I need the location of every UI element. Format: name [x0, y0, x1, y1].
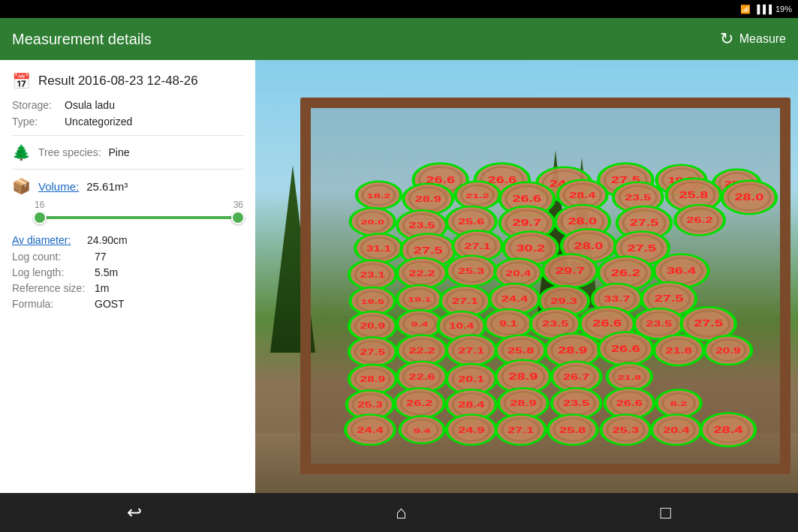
svg-text:25.3: 25.3 [458, 266, 484, 276]
svg-text:20.4: 20.4 [506, 269, 531, 278]
svg-text:25.6: 25.6 [458, 217, 484, 227]
volume-slider-container: 16 36 [12, 197, 243, 234]
svg-text:28.4: 28.4 [569, 191, 596, 200]
svg-text:9.4: 9.4 [411, 320, 428, 329]
svg-text:22.2: 22.2 [408, 269, 435, 278]
type-label: Type: [12, 116, 65, 128]
svg-text:22.6: 22.6 [408, 372, 435, 382]
storage-row: Storage: Osula ladu [12, 99, 243, 111]
result-header: 📅 Result 2016-08-23 12-48-26 [12, 72, 243, 90]
svg-text:28.9: 28.9 [415, 194, 441, 204]
svg-text:26.6: 26.6 [611, 344, 640, 353]
svg-text:25.3: 25.3 [357, 401, 383, 410]
svg-text:19.1: 19.1 [408, 295, 432, 303]
svg-text:28.9: 28.9 [360, 374, 386, 383]
log-count-value: 77 [95, 251, 107, 263]
svg-text:9.4: 9.4 [414, 426, 431, 434]
svg-text:20.0: 20.0 [360, 218, 384, 226]
main-content: 📅 Result 2016-08-23 12-48-26 Storage: Os… [0, 60, 798, 493]
slider-labels: 16 36 [35, 200, 243, 210]
slider-thumb-right[interactable] [231, 211, 245, 224]
svg-text:26.6: 26.6 [592, 318, 622, 328]
svg-text:24.4: 24.4 [357, 425, 384, 434]
volume-value: 25.61m³ [86, 180, 128, 193]
left-panel: 📅 Result 2016-08-23 12-48-26 Storage: Os… [0, 60, 255, 493]
svg-text:27.5: 27.5 [655, 293, 684, 303]
home-icon: ⌂ [396, 502, 407, 522]
log-length-value: 5.5m [95, 266, 118, 278]
svg-text:26.6: 26.6 [616, 398, 643, 408]
av-diameter-link[interactable]: Av diameter: [12, 234, 87, 246]
home-button[interactable]: ⌂ [378, 496, 425, 529]
divider-2 [12, 169, 243, 170]
signal-icon: ▐▐▐ [754, 5, 772, 14]
svg-text:26.6: 26.6 [512, 194, 541, 203]
svg-text:28.9: 28.9 [509, 371, 538, 381]
volume-row: 📦 Volume: 25.61m³ [12, 177, 243, 195]
svg-text:28.4: 28.4 [458, 400, 485, 410]
volume-link[interactable]: Volume: [38, 180, 79, 193]
logs-svg: 26.626.624.027.519.522.218.228.921.226.6… [311, 108, 780, 464]
svg-text:22.2: 22.2 [408, 345, 435, 355]
svg-text:26.2: 26.2 [406, 398, 432, 408]
av-diameter-row: Av diameter: 24.90cm [12, 234, 243, 246]
status-bar: 📶 ▐▐▐ 19% [0, 0, 798, 18]
right-panel: 26.626.624.027.519.522.218.228.921.226.6… [255, 60, 798, 493]
type-row: Type: Uncategorized [12, 116, 243, 128]
svg-text:27.5: 27.5 [360, 347, 386, 356]
log-count-label: Log count: [12, 251, 95, 263]
reference-size-label: Reference size: [12, 282, 95, 294]
storage-label: Storage: [12, 99, 65, 111]
svg-text:10.4: 10.4 [449, 322, 474, 331]
wifi-icon: 📶 [740, 5, 751, 14]
svg-text:30.2: 30.2 [516, 243, 545, 253]
svg-text:25.3: 25.3 [613, 425, 639, 434]
svg-text:26.6: 26.6 [488, 175, 517, 185]
formula-label: Formula: [12, 298, 95, 310]
volume-slider[interactable] [35, 216, 243, 219]
svg-text:21.8: 21.8 [666, 345, 692, 355]
svg-text:29.3: 29.3 [551, 296, 577, 306]
reference-size-value: 1m [95, 282, 109, 294]
bottom-nav: ↩ ⌂ □ [0, 493, 798, 532]
svg-text:36.4: 36.4 [667, 266, 697, 275]
tree-species-label: Tree species: [38, 146, 101, 158]
svg-text:23.5: 23.5 [646, 319, 672, 329]
svg-text:21.8: 21.8 [617, 373, 641, 381]
log-length-row: Log length: 5.5m [12, 266, 243, 278]
back-button[interactable]: ↩ [109, 496, 160, 529]
svg-text:20.9: 20.9 [715, 346, 741, 355]
svg-text:27.1: 27.1 [507, 425, 534, 434]
slider-thumb-left[interactable] [33, 211, 47, 224]
svg-text:33.7: 33.7 [604, 294, 630, 304]
svg-text:23.1: 23.1 [360, 270, 386, 279]
formula-row: Formula: GOST [12, 298, 243, 310]
svg-text:26.2: 26.2 [686, 215, 712, 225]
svg-text:20.4: 20.4 [663, 425, 690, 434]
svg-text:23.5: 23.5 [542, 319, 568, 329]
tree-icon: 🌲 [12, 143, 31, 161]
svg-text:25.8: 25.8 [507, 345, 534, 355]
svg-text:9.1: 9.1 [499, 320, 517, 329]
svg-text:24.9: 24.9 [458, 425, 484, 434]
svg-text:28.9: 28.9 [558, 345, 587, 355]
svg-text:28.4: 28.4 [714, 425, 744, 434]
storage-value: Osula ladu [65, 99, 115, 111]
log-scene: 26.626.624.027.519.522.218.228.921.226.6… [255, 60, 798, 493]
svg-text:27.5: 27.5 [630, 218, 659, 227]
svg-text:8.2: 8.2 [670, 399, 688, 407]
svg-text:29.7: 29.7 [556, 266, 585, 275]
svg-text:28.0: 28.0 [574, 240, 604, 250]
svg-text:28.0: 28.0 [735, 192, 764, 202]
result-title: Result 2016-08-23 12-48-26 [38, 74, 198, 89]
svg-text:29.7: 29.7 [512, 218, 541, 227]
reference-size-row: Reference size: 1m [12, 282, 243, 294]
top-bar: Measurement details ↻ Measure [0, 18, 798, 60]
svg-text:23.5: 23.5 [408, 221, 435, 230]
recent-button[interactable]: □ [643, 496, 690, 529]
back-icon: ↩ [127, 502, 142, 522]
measure-button[interactable]: ↻ Measure [720, 29, 786, 49]
svg-text:26.7: 26.7 [563, 372, 589, 382]
svg-text:24.4: 24.4 [501, 294, 528, 304]
svg-text:21.2: 21.2 [465, 191, 489, 200]
